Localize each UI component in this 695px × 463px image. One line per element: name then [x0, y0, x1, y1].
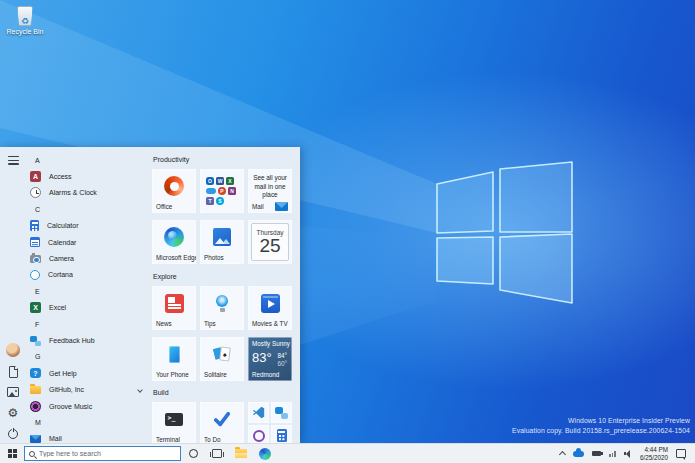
recycle-bin-label: Recycle Bin	[6, 28, 44, 35]
tile-weather-live[interactable]: Mostly Sunny 83° 84° 60° Redmond	[248, 337, 292, 381]
show-hidden-icons-button[interactable]	[560, 450, 565, 457]
folder-icon	[30, 386, 41, 394]
calculator-icon	[277, 429, 287, 442]
tile-group-title-explore[interactable]: Explore	[153, 273, 177, 280]
microsoft365-apps-icons	[206, 177, 238, 205]
onenote-icon	[228, 187, 236, 195]
app-list-item-groove-music[interactable]: Groove Music	[27, 398, 151, 414]
tile-tips[interactable]: Tips	[200, 286, 244, 330]
tile-news[interactable]: News	[152, 286, 196, 330]
app-list-section-a[interactable]: A	[27, 152, 151, 168]
tile-to-do[interactable]: To Do	[200, 402, 244, 443]
taskbar: 4:44 PM 6/25/2020	[0, 443, 695, 463]
user-account-avatar[interactable]	[6, 343, 20, 357]
edge-icon	[259, 448, 271, 460]
settings-gear-icon[interactable]	[6, 406, 20, 420]
task-view-button[interactable]	[205, 444, 229, 463]
search-icon	[29, 451, 35, 457]
tile-your-phone[interactable]: Your Phone	[152, 337, 196, 381]
tile-group-title-productivity[interactable]: Productivity	[153, 156, 189, 163]
start-button[interactable]	[0, 444, 24, 463]
excel-icon	[30, 302, 41, 313]
calendar-live-tile: Thursday 25	[251, 223, 289, 261]
taskbar-clock[interactable]: 4:44 PM 6/25/2020	[640, 446, 668, 461]
tile-terminal[interactable]: Terminal	[152, 402, 196, 443]
cortana-icon	[30, 270, 40, 280]
recycle-symbol-icon	[18, 10, 32, 28]
file-explorer-button[interactable]	[229, 444, 253, 463]
app-list-item-access[interactable]: Access	[27, 168, 151, 184]
app-list-item-camera[interactable]: Camera	[27, 250, 151, 266]
skype-icon	[216, 197, 224, 205]
hamburger-menu-icon[interactable]	[8, 156, 19, 165]
onedrive-tray-button[interactable]	[573, 451, 584, 457]
search-input[interactable]	[39, 450, 176, 457]
documents-icon[interactable]	[9, 366, 18, 378]
volume-tray-button[interactable]	[624, 450, 632, 458]
tile-movies-tv[interactable]: Movies & TV	[248, 286, 292, 330]
tile-area: Productivity Office	[152, 147, 298, 443]
tile-calendar-live[interactable]: Thursday 25	[248, 220, 292, 264]
app-list-item-excel[interactable]: Excel	[27, 300, 151, 316]
cortana-button[interactable]	[181, 444, 205, 463]
app-list-item-cortana[interactable]: Cortana	[27, 267, 151, 283]
action-center-button[interactable]	[676, 449, 693, 458]
camera-icon	[30, 255, 41, 263]
action-center-icon	[676, 449, 686, 458]
powerpoint-icon	[218, 187, 226, 195]
tile-group-title-build[interactable]: Build	[153, 389, 169, 396]
app-list-item-calculator[interactable]: Calculator	[27, 218, 151, 234]
app-list-section-g[interactable]: G	[27, 349, 151, 365]
excel-icon	[226, 177, 234, 185]
app-list-item-get-help[interactable]: Get Help	[27, 365, 151, 381]
app-list-item-github-folder[interactable]: GitHub, Inc	[27, 381, 151, 397]
app-list-section-f[interactable]: F	[27, 316, 151, 332]
tile-mail-live[interactable]: See all your mail in one place Mail	[248, 169, 292, 213]
app-list-section-e[interactable]: E	[27, 283, 151, 299]
mail-icon	[30, 435, 41, 443]
alarms-clock-icon	[30, 187, 41, 198]
clock-time: 4:44 PM	[640, 446, 668, 454]
power-icon[interactable]	[8, 429, 18, 439]
watermark-line2: Evaluation copy. Build 20158.rs_prerelea…	[512, 426, 690, 436]
app-list-section-c[interactable]: C	[27, 201, 151, 217]
weather-condition: Mostly Sunny	[252, 340, 290, 347]
app-list-item-calendar[interactable]: Calendar	[27, 234, 151, 250]
tile-feedback-hub[interactable]	[271, 402, 292, 423]
recycle-bin-shortcut[interactable]: Recycle Bin	[6, 6, 44, 35]
app-list-item-alarms-clock[interactable]: Alarms & Clock	[27, 185, 151, 201]
clock-date: 6/25/2020	[640, 454, 668, 462]
tile-vscode[interactable]	[248, 402, 269, 423]
onedrive-icon	[206, 188, 216, 194]
taskbar-search-box[interactable]	[24, 446, 181, 461]
tile-photos[interactable]: Photos	[200, 220, 244, 264]
calculator-icon	[30, 220, 39, 231]
terminal-icon	[165, 413, 183, 426]
windows-logo-wallpaper	[430, 155, 580, 310]
tile-microsoft-edge[interactable]: Microsoft Edge	[152, 220, 196, 264]
tile-office[interactable]: Office	[152, 169, 196, 213]
tile-microsoft365-apps[interactable]	[200, 169, 244, 213]
app-list-item-feedback-hub[interactable]: Feedback Hub	[27, 332, 151, 348]
battery-icon	[592, 451, 601, 456]
tile-calculator[interactable]	[271, 425, 292, 443]
network-tray-button[interactable]	[609, 451, 616, 457]
edge-taskbar-button[interactable]	[253, 444, 277, 463]
news-icon	[165, 294, 184, 313]
app-list: A Access Alarms & Clock C Calculator Cal…	[27, 152, 151, 443]
network-signal-icon	[609, 451, 616, 457]
chevron-up-icon	[559, 451, 566, 458]
app-list-section-m[interactable]: M	[27, 414, 151, 430]
teams-icon	[206, 197, 214, 205]
github-desktop-icon	[253, 430, 265, 442]
get-help-icon	[30, 368, 41, 378]
tile-solitaire[interactable]: Solitaire	[200, 337, 244, 381]
weather-high: 84°	[277, 352, 287, 359]
todo-check-icon	[213, 412, 231, 427]
word-icon	[216, 177, 224, 185]
tile-github-desktop[interactable]	[248, 425, 269, 443]
pictures-icon[interactable]	[7, 387, 19, 397]
app-list-item-mail[interactable]: Mail	[27, 431, 151, 443]
edge-icon	[164, 227, 184, 247]
battery-tray-button[interactable]	[592, 451, 601, 456]
